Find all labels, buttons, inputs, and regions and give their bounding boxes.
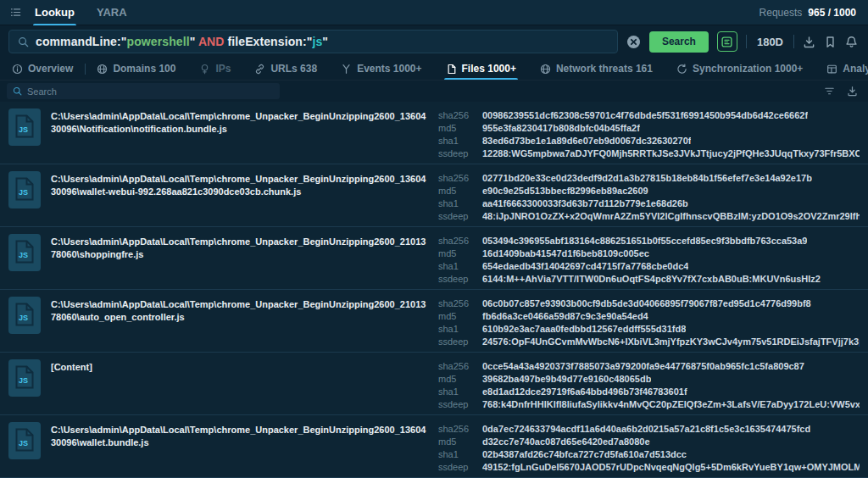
divider — [793, 35, 794, 48]
tab-label: URLs 638 — [270, 63, 317, 75]
search-button[interactable]: Search — [649, 31, 709, 53]
hash-label-md5: md5 — [438, 247, 482, 260]
divider — [85, 64, 86, 75]
hash-value-sha256: 053494c396955abf183164c886251651b0f55cce… — [482, 235, 807, 247]
hash-line: sha183ed6d73be1e1a89d6e07eb9d0067dc32630… — [438, 135, 860, 147]
tab-label: Events 1000+ — [357, 63, 421, 75]
js-file-icon: JS — [8, 171, 41, 208]
hash-line: sha1aa41f6663300033f3d63b77d112b779e1e68… — [438, 197, 860, 210]
hash-value-sha256: 0cce54a43a4920373f7885073a979200fa9e4477… — [482, 360, 804, 373]
hash-label-sha256: sha256 — [438, 235, 482, 247]
file-path[interactable]: C:\Users\admin\AppData\Local\Temp\chrome… — [51, 422, 428, 477]
query-part: AND — [198, 35, 225, 48]
hash-value-md5: e90c9e25d513bbecf82996eb89ac2609 — [482, 185, 648, 197]
js-label: JS — [8, 376, 38, 385]
tab-label: Files 1000+ — [462, 63, 516, 75]
tab-overview[interactable]: Overview — [10, 58, 75, 80]
hash-label-sha1: sha1 — [438, 323, 482, 336]
requests-count: 965 / 1000 — [808, 7, 856, 19]
result-tabs: OverviewDomains 100IPsURLs 638Events 100… — [0, 58, 868, 81]
requests-label: Requests — [760, 7, 803, 19]
hash-value-sha256: 02771bd20e33ce0d23dedf9d2d1a3b27815b18eb… — [482, 172, 812, 185]
file-row[interactable]: JSC:\Users\admin\AppData\Local\Temp\chro… — [0, 102, 868, 164]
tab-files[interactable]: Files 1000+ — [444, 58, 518, 80]
file-row[interactable]: JSC:\Users\admin\AppData\Local\Temp\chro… — [0, 164, 868, 227]
tab-label: Network threats 161 — [556, 63, 653, 75]
file-path[interactable]: C:\Users\admin\AppData\Local\Temp\chrome… — [51, 171, 428, 226]
hash-value-md5: 16d1409bab41547d1f6beb8109c005ec — [482, 247, 649, 260]
hash-line: sha25600986239551dcf62308c59701c4f76dbde… — [438, 109, 860, 122]
hash-line: sha25602771bd20e33ce0d23dedf9d2d1a3b2781… — [438, 172, 860, 185]
file-row[interactable]: JSC:\Users\admin\AppData\Local\Temp\chro… — [0, 227, 868, 290]
filter-icon[interactable] — [824, 86, 835, 97]
hash-line: sha256053494c396955abf183164c886251651b0… — [438, 235, 860, 247]
tab-urls[interactable]: URLs 638 — [253, 58, 319, 80]
hash-value-sha1: aa41f6663300033f3d63b77d112b779e1e68d26b — [482, 197, 688, 210]
hash-block: sha2560cce54a43a4920373f7885073a979200fa… — [438, 359, 860, 414]
saved-searches-icon[interactable] — [717, 31, 737, 52]
divider — [746, 35, 747, 48]
list-search-input[interactable] — [27, 86, 274, 97]
hash-line: md5955e3fa8230417b808dbfc04b45ffa2f — [438, 122, 860, 135]
tab-events[interactable]: Events 1000+ — [339, 58, 423, 80]
js-label: JS — [8, 251, 38, 259]
refresh-icon — [676, 64, 687, 75]
tab-lookup[interactable]: Lookup — [33, 0, 76, 25]
js-file-icon: JS — [8, 297, 41, 334]
js-file-icon: JS — [8, 234, 41, 271]
hash-label-sha1: sha1 — [438, 197, 482, 210]
download-list-icon[interactable] — [847, 86, 858, 97]
hash-value-ssdeep: 6144:M++AhVia7VTT/ITW0Dn6uOqtFS4pc8Yv7fX… — [482, 273, 821, 286]
hash-value-md5: 39682ba497be9b49d77e9160c48065db — [482, 373, 651, 386]
files-list: JSC:\Users\admin\AppData\Local\Temp\chro… — [0, 102, 868, 478]
hash-line: ssdeep6144:M++AhVia7VTT/ITW0Dn6uOqtFS4pc… — [438, 273, 860, 286]
link-icon — [254, 64, 265, 75]
js-label: JS — [8, 439, 38, 447]
file-path[interactable]: [Content] — [51, 359, 428, 414]
list-search-field[interactable] — [7, 83, 280, 99]
tab-analyses[interactable]: Analyses 21168 — [825, 58, 868, 80]
tab-yara[interactable]: YARA — [95, 0, 129, 25]
hash-label-sha1: sha1 — [438, 386, 482, 398]
hash-value-sha1: 654edaedb43f14042697cd4715f7a7768cbe0dc4 — [482, 260, 688, 273]
filter-row — [0, 81, 868, 102]
hash-label-ssdeep: ssdeep — [438, 461, 482, 474]
bookmark-icon[interactable] — [824, 36, 837, 48]
tab-label: Overview — [28, 63, 73, 75]
search-query-input[interactable]: commandLine:"powershell" AND fileExtensi… — [8, 30, 618, 53]
hash-value-sha1: 83ed6d73be1e1a89d6e07eb9d0067dc32630270f — [482, 135, 691, 147]
tab-ips: IPs — [198, 58, 232, 80]
file-path[interactable]: C:\Users\admin\AppData\Local\Temp\chrome… — [51, 108, 428, 164]
hash-value-ssdeep: 12288:WG5mpbwa7aDJYFQ0Mjh5RRTkJSe3JVkJTt… — [482, 147, 860, 160]
query-part: fileExtension:" — [225, 35, 313, 48]
menu-list-icon[interactable] — [10, 7, 21, 18]
hash-line: sha1654edaedb43f14042697cd4715f7a7768cbe… — [438, 260, 860, 273]
notifications-bell-icon[interactable] — [845, 36, 858, 48]
hash-label-md5: md5 — [438, 436, 482, 448]
hash-label-sha256: sha256 — [438, 297, 482, 310]
hash-line: sha102b4387afd26c74bfca727c7d5fa610a7d51… — [438, 448, 860, 461]
hash-value-md5: fb6d6a3ce0466a59d87c9c3e90a54ed4 — [482, 310, 648, 323]
period-selector[interactable]: 180D — [755, 36, 785, 48]
tab-label: Analyses 21168 — [843, 63, 868, 75]
file-row[interactable]: JS[Content]sha2560cce54a43a4920373f78850… — [0, 353, 868, 415]
hash-value-sha256: 00986239551dcf62308c59701c4f76dbde5f531f… — [482, 109, 808, 122]
hash-label-md5: md5 — [438, 310, 482, 323]
clear-query-icon[interactable] — [626, 35, 641, 49]
file-row[interactable]: JSC:\Users\admin\AppData\Local\Temp\chro… — [0, 290, 868, 353]
export-download-icon[interactable] — [803, 36, 815, 48]
tab-network-threats[interactable]: Network threats 161 — [538, 58, 654, 80]
file-row[interactable]: JSC:\Users\admin\AppData\Local\Temp\chro… — [0, 415, 868, 478]
tab-domains[interactable]: Domains 100 — [95, 58, 177, 80]
pin-icon — [199, 64, 210, 75]
hash-label-sha256: sha256 — [438, 360, 482, 373]
hash-label-ssdeep: ssdeep — [438, 273, 482, 286]
tab-synchronization[interactable]: Synchronization 1000+ — [675, 58, 804, 80]
file-path[interactable]: C:\Users\admin\AppData\Local\Temp\chrome… — [51, 297, 428, 352]
hash-label-sha1: sha1 — [438, 448, 482, 461]
hash-label-ssdeep: ssdeep — [438, 210, 482, 223]
hash-value-ssdeep: 768:k4DnfrHHlKlfl8liufaSylikkv4nMvQC20pZ… — [482, 398, 860, 411]
file-path[interactable]: C:\Users\admin\AppData\Local\Temp\chrome… — [51, 234, 428, 289]
globe-icon — [540, 64, 551, 75]
hash-block: sha25606c0b07c857e93903b00cf9db5de3d0406… — [438, 297, 860, 352]
